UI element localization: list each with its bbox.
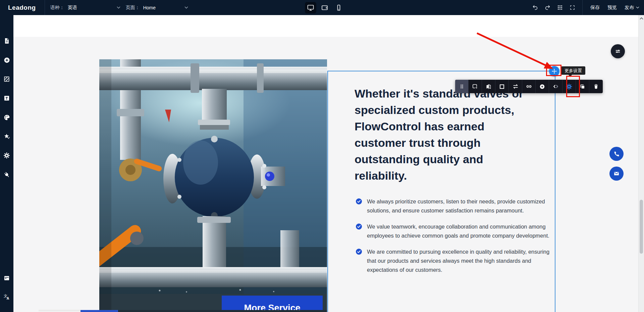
magic-star-icon xyxy=(3,133,10,140)
grid-layout-button[interactable] xyxy=(555,3,564,12)
add-circle-icon xyxy=(539,83,545,90)
grid-icon xyxy=(557,5,563,10)
page-settings-button[interactable] xyxy=(611,44,625,58)
heading-line: customer trust through xyxy=(355,135,546,151)
code-button[interactable] xyxy=(549,80,562,93)
list-item[interactable]: We always prioritize customers, listen t… xyxy=(356,197,550,215)
publish-button[interactable]: 发布 xyxy=(623,5,639,11)
check-circle-icon xyxy=(356,249,362,255)
heading-line: reliability. xyxy=(355,168,546,184)
canvas-top-white-area xyxy=(13,15,639,37)
link-icon xyxy=(526,83,532,90)
fullscreen-icon xyxy=(570,5,575,10)
redo-button[interactable] xyxy=(543,3,552,12)
sidebar-item-plugins[interactable] xyxy=(2,170,11,179)
list-item[interactable]: We value teamwork, encourage collaborati… xyxy=(356,222,550,240)
topbar-divider xyxy=(45,0,45,15)
heading-line: outstanding quality and xyxy=(355,151,546,168)
background-icon xyxy=(3,76,10,82)
replace-image-icon xyxy=(472,83,478,90)
sidebar-item-translate[interactable]: 文A xyxy=(2,292,11,302)
page-label: 页面： xyxy=(126,5,140,11)
pages-icon xyxy=(3,38,10,44)
code-icon xyxy=(552,83,559,90)
sidebar-item-theme[interactable] xyxy=(2,113,11,122)
gear-icon xyxy=(566,83,572,90)
sidebar-item-background[interactable] xyxy=(2,74,11,84)
mobile-view-button[interactable] xyxy=(333,2,344,13)
drag-handle[interactable] xyxy=(455,80,469,93)
duplicate-button[interactable] xyxy=(576,80,589,93)
sidebar-item-panel[interactable] xyxy=(2,273,11,283)
replace-image-button[interactable] xyxy=(469,80,482,93)
add-circle-icon xyxy=(3,57,10,64)
flip-button[interactable] xyxy=(482,80,495,93)
page-selector[interactable]: 页面： Home xyxy=(126,5,188,11)
email-contact-button[interactable] xyxy=(609,167,624,181)
tablet-view-button[interactable] xyxy=(319,2,330,13)
chevron-down-icon xyxy=(636,6,639,9)
next-section-peek xyxy=(39,310,80,312)
panel-icon xyxy=(3,275,10,282)
scrollbar-thumb[interactable] xyxy=(640,200,643,254)
sidebar-item-text[interactable] xyxy=(2,93,11,103)
language-selector[interactable]: 语种： 英语 xyxy=(50,5,120,11)
next-section-peek-dark xyxy=(118,310,327,312)
sidebar-item-pages[interactable] xyxy=(2,36,11,46)
desktop-icon xyxy=(307,4,315,12)
fullscreen-button[interactable] xyxy=(568,3,577,12)
valve-product-photo[interactable] xyxy=(99,59,327,312)
sidebar-item-effects[interactable] xyxy=(2,132,11,141)
topbar-actions: 保存 预览 发布 xyxy=(531,0,639,15)
undo-button[interactable] xyxy=(531,3,539,12)
bullet-text: We value teamwork, encourage collaborati… xyxy=(367,222,550,240)
scroll-up-arrow-icon[interactable] xyxy=(640,17,643,20)
tooltip-arrow xyxy=(568,74,572,77)
bullet-text: We are committed to pursuing excellence … xyxy=(367,247,550,274)
chevron-down-icon xyxy=(184,6,188,9)
translate-icon: 文A xyxy=(3,294,10,301)
desktop-view-button[interactable] xyxy=(305,2,316,13)
bullet-text: We always prioritize customers, listen t… xyxy=(367,197,550,215)
editor-window: Leadong 语种： 英语 页面： Home xyxy=(0,0,644,312)
sidebar-item-settings[interactable] xyxy=(2,151,11,160)
flip-icon xyxy=(485,83,492,90)
move-icon xyxy=(551,68,557,74)
gear-icon xyxy=(3,152,10,159)
page-value: Home xyxy=(143,5,156,10)
list-item[interactable]: We are committed to pursuing excellence … xyxy=(356,247,550,274)
tablet-icon xyxy=(321,4,329,12)
trash-icon xyxy=(593,83,599,89)
publish-label: 发布 xyxy=(623,5,636,11)
check-circle-icon xyxy=(356,198,362,204)
frame-icon xyxy=(499,83,505,90)
email-icon xyxy=(613,170,620,177)
tune-icon xyxy=(614,48,622,55)
save-button[interactable]: 保存 xyxy=(588,5,602,11)
sidebar-item-add-block[interactable] xyxy=(2,55,11,65)
more-settings-tooltip: 更多设置 xyxy=(561,66,585,75)
swap-button[interactable] xyxy=(509,80,522,93)
chevron-down-icon xyxy=(117,6,120,9)
language-value: 英语 xyxy=(68,5,77,11)
block-move-handle[interactable] xyxy=(549,66,559,76)
value-bullet-list: We always prioritize customers, listen t… xyxy=(356,197,550,282)
add-element-button[interactable] xyxy=(536,80,549,93)
phone-icon xyxy=(613,150,620,158)
link-button[interactable] xyxy=(522,80,536,93)
language-label: 语种： xyxy=(50,5,64,11)
page-heading[interactable]: Whether it's standard valves or speciali… xyxy=(355,85,546,184)
preview-button[interactable]: 预览 xyxy=(605,5,619,11)
text-icon xyxy=(3,95,10,102)
phone-contact-button[interactable] xyxy=(609,147,624,161)
vertical-scrollbar[interactable] xyxy=(638,15,644,312)
heading-line: specialized custom products, xyxy=(355,102,546,118)
undo-icon xyxy=(532,4,538,11)
palette-icon xyxy=(3,114,10,121)
next-section-peek-blue xyxy=(80,310,118,312)
more-service-button[interactable]: More Service xyxy=(222,296,323,312)
frame-button[interactable] xyxy=(495,80,509,93)
delete-button[interactable] xyxy=(589,80,603,93)
block-settings-button[interactable] xyxy=(562,80,576,93)
check-circle-icon xyxy=(356,224,362,230)
